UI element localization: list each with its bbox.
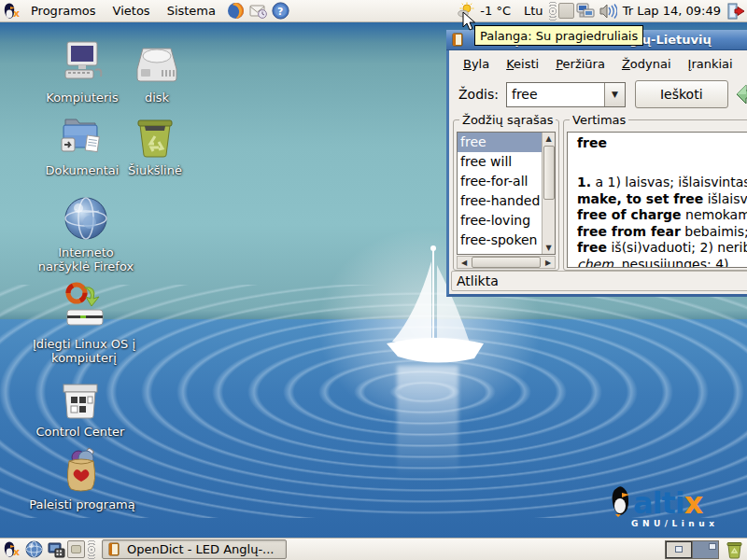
- desktop-icon-firefox[interactable]: Interneto naršyklė Firefox: [32, 194, 140, 273]
- menu-edit[interactable]: Keisti: [498, 53, 547, 75]
- scroll-down-icon[interactable]: ▼: [543, 242, 556, 254]
- desktop-icon-control-center[interactable]: Control Center: [26, 381, 134, 439]
- menu-system[interactable]: Sistema: [159, 0, 224, 22]
- menu-programs[interactable]: Programos: [22, 0, 105, 22]
- volume-icon[interactable]: [599, 2, 617, 21]
- desktop-icon-run-program[interactable]: Paleisti programą: [28, 446, 136, 511]
- search-input[interactable]: free: [507, 83, 604, 106]
- baltix-taskbar-icon[interactable]: x: [2, 540, 21, 559]
- taskbar-window-button[interactable]: OpenDict - LED Anglų-...: [102, 539, 287, 559]
- wordlist-item[interactable]: free-loving: [458, 211, 542, 231]
- menu-help[interactable]: Pagalba: [741, 53, 747, 75]
- search-row: Žodis: free ▼ Ieškoti: [449, 77, 747, 112]
- control-center-icon: [26, 381, 134, 422]
- menu-file[interactable]: Byla: [455, 53, 498, 75]
- desktop-icon-label: Įdiegti Linux OS į kompiuterį: [30, 337, 138, 365]
- svg-text:x: x: [13, 7, 20, 20]
- logout-icon[interactable]: [726, 2, 745, 21]
- combo-dropdown-button[interactable]: ▼: [604, 83, 625, 106]
- wordlist-item-selected[interactable]: free: [458, 133, 542, 152]
- menu-places[interactable]: Vietos: [105, 0, 159, 22]
- trash-bin-icon: [101, 114, 209, 161]
- desktop-icon-trash[interactable]: Šiukšlinė: [101, 114, 209, 177]
- disk-drive-icon: [103, 41, 211, 88]
- status-text: Atlikta: [457, 273, 499, 288]
- translation-title: Vertimas: [570, 113, 628, 127]
- weather-tooltip: Palanga: Su pragiedruliais: [474, 25, 643, 46]
- translation-view[interactable]: free 1. a 1) laisvas; išlaisvintas; t ma…: [567, 132, 747, 268]
- panel-drag-handle[interactable]: [549, 2, 557, 21]
- network-computers-icon[interactable]: [576, 2, 595, 21]
- boat-reflection: [397, 366, 458, 478]
- taskbar-window-label: OpenDict - LED Anglų-...: [127, 542, 274, 556]
- wordlist-item[interactable]: free will: [458, 152, 542, 172]
- firefox-launcher-icon[interactable]: [226, 2, 245, 21]
- wordlist: free free will free-for-all free-handed …: [457, 132, 556, 255]
- show-desktop-button[interactable]: [67, 540, 85, 558]
- baltix-logo-text: alti: [633, 489, 684, 517]
- tray-app-icon[interactable]: [558, 3, 574, 19]
- menu-view[interactable]: Peržiūra: [547, 53, 613, 75]
- window-menubar: Byla Keisti Peržiūra Žodynai Įrankiai Pa…: [449, 50, 747, 77]
- multimedia-icon[interactable]: [47, 540, 65, 559]
- search-combobox: free ▼: [506, 82, 626, 107]
- desktop-icon-label: Control Center: [26, 425, 134, 439]
- wordlist-item[interactable]: free-for-all: [458, 172, 542, 191]
- keyboard-layout-indicator[interactable]: Ltu: [524, 4, 543, 18]
- window-statusbar: Atlikta: [451, 271, 747, 291]
- baltix-logo-x: x: [684, 489, 704, 517]
- translation-frame: Vertimas free 1. a 1) laisvas; išlaisvin…: [563, 119, 747, 271]
- baltix-menu-icon[interactable]: x: [2, 2, 21, 21]
- search-button[interactable]: Ieškoti: [635, 80, 728, 108]
- wordlist-item[interactable]: free-handed: [458, 191, 542, 211]
- menu-tools[interactable]: Įrankiai: [680, 53, 741, 75]
- workspace-1[interactable]: [666, 541, 692, 558]
- dictionary-book-icon: [451, 33, 465, 47]
- scroll-left-icon[interactable]: ◀: [458, 257, 471, 269]
- web-globe-icon[interactable]: [24, 540, 43, 559]
- scrollbar-thumb[interactable]: [543, 146, 555, 200]
- back-arrow-icon[interactable]: [735, 83, 747, 105]
- workspace-switcher: [665, 540, 719, 559]
- wordlist-item[interactable]: free-spoken: [458, 231, 542, 250]
- help-launcher-icon[interactable]: ?: [271, 2, 289, 21]
- opendict-window: OpenDict - LED Anglų-Lietuvių Byla Keist…: [446, 30, 747, 297]
- install-os-icon: [30, 282, 138, 334]
- scroll-right-icon[interactable]: ▶: [542, 257, 555, 269]
- workspace-2[interactable]: [692, 541, 718, 558]
- desktop-screen: altix GNU/Linux Kompiuteris: [0, 0, 747, 560]
- desktop-icon-label: disk: [103, 91, 211, 105]
- desktop-icon-label: Interneto naršyklė Firefox: [32, 245, 140, 273]
- search-label: Žodis:: [458, 87, 499, 102]
- scrollbar-thumb[interactable]: [472, 257, 541, 268]
- mail-launcher-icon[interactable]: [248, 2, 267, 21]
- wordlist-frame: Žodžių sąrašas free free will free-for-a…: [453, 119, 559, 271]
- wordlist-vertical-scrollbar[interactable]: ▲ ▼: [542, 133, 555, 254]
- run-program-icon: [28, 446, 136, 495]
- mouse-cursor: [462, 11, 477, 32]
- desktop-icon-disk[interactable]: disk: [103, 41, 211, 105]
- menu-dictionaries[interactable]: Žodynai: [613, 53, 680, 75]
- translation-line: free of charge nemokama: [577, 207, 747, 224]
- baltix-penguin-icon: [609, 485, 633, 517]
- scroll-up-icon[interactable]: ▲: [543, 133, 556, 145]
- wordlist-title: Žodžių sąrašas: [459, 113, 556, 127]
- translation-line: 1. a 1) laisvas; išlaisvintas; t: [577, 175, 747, 191]
- desktop-icon-label: Paleisti programą: [28, 497, 136, 511]
- trash-applet-icon[interactable]: [725, 540, 743, 559]
- wordlist-horizontal-scrollbar[interactable]: ◀ ▶: [457, 256, 556, 269]
- panel-drag-handle[interactable]: [88, 540, 95, 559]
- baltix-subtext: GNU/Linux: [631, 519, 747, 528]
- baltix-logo: altix GNU/Linux: [609, 485, 747, 528]
- translation-headword: free: [577, 135, 747, 150]
- top-panel: x Programos Vietos Sistema: [0, 0, 747, 22]
- svg-text:x: x: [13, 546, 20, 558]
- desktop-icon-install-linux[interactable]: Įdiegti Linux OS į kompiuterį: [30, 282, 138, 365]
- dictionary-book-icon: [107, 542, 121, 556]
- weather-temperature[interactable]: -1 °C: [480, 4, 511, 18]
- clock[interactable]: Tr Lap 14, 09:49: [623, 4, 721, 18]
- translation-line: free from fear bebaimis; t: [577, 224, 747, 241]
- desktop-icon-label: Šiukšlinė: [101, 163, 209, 177]
- translation-line: make, to set free išlaisvin: [577, 191, 747, 208]
- svg-text:?: ?: [277, 6, 283, 18]
